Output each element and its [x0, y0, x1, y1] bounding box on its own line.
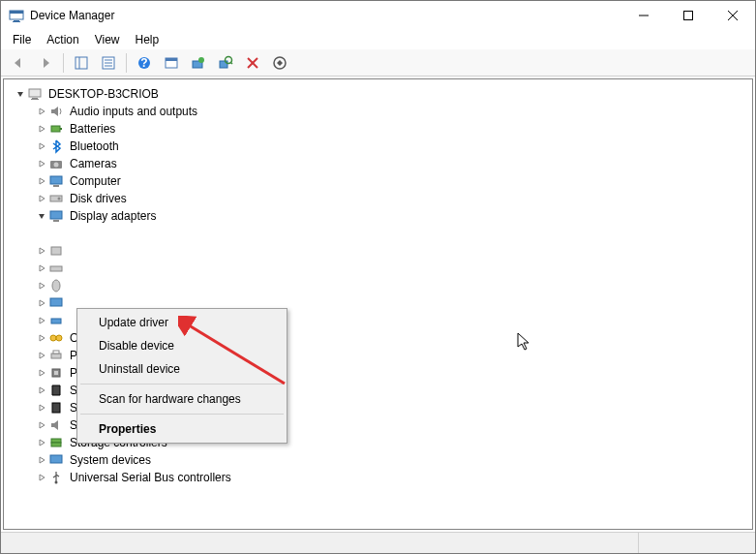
- chevron-right-icon[interactable]: [35, 384, 48, 397]
- forward-button[interactable]: [34, 51, 57, 75]
- svg-rect-52: [51, 443, 61, 446]
- svg-rect-37: [50, 211, 62, 219]
- category-mice[interactable]: Mice and other pointing devices: [35, 277, 752, 294]
- menu-help[interactable]: Help: [128, 31, 167, 48]
- chevron-right-icon[interactable]: [35, 296, 48, 310]
- chevron-right-icon[interactable]: [35, 262, 48, 275]
- category-bluetooth[interactable]: Bluetooth: [35, 138, 752, 155]
- svg-rect-38: [53, 220, 59, 222]
- statusbar: [1, 532, 755, 553]
- computer-icon: [27, 86, 43, 102]
- svg-rect-43: [51, 319, 61, 323]
- mouse-icon: [48, 278, 64, 293]
- toolbar-separator: [63, 53, 64, 73]
- svg-point-54: [55, 481, 58, 484]
- category-display-adapters[interactable]: Display adapters: [35, 207, 752, 225]
- chevron-right-icon[interactable]: [35, 349, 48, 362]
- svg-rect-39: [51, 247, 61, 255]
- network-icon: [48, 313, 64, 328]
- ctx-update-driver[interactable]: Update driver: [79, 311, 285, 334]
- ctx-uninstall-device[interactable]: Uninstall device: [79, 357, 285, 381]
- usb-icon: [48, 470, 64, 485]
- maximize-button[interactable]: [666, 1, 711, 30]
- disable-button[interactable]: [268, 51, 291, 75]
- svg-point-32: [54, 163, 59, 168]
- chevron-right-icon[interactable]: [35, 436, 48, 449]
- svg-rect-1: [10, 11, 23, 14]
- root-label: DESKTOP-B3CRIOB: [46, 85, 161, 103]
- chevron-right-icon[interactable]: [35, 244, 48, 258]
- display-icon: [48, 208, 64, 224]
- svg-rect-51: [51, 439, 61, 443]
- chevron-right-icon[interactable]: [35, 192, 48, 205]
- minimize-button[interactable]: [621, 1, 666, 30]
- chevron-right-icon[interactable]: [35, 122, 48, 136]
- svg-rect-34: [53, 185, 59, 187]
- svg-text:?: ?: [140, 56, 147, 70]
- ctx-separator: [80, 384, 284, 385]
- chevron-right-icon[interactable]: [35, 139, 48, 153]
- svg-point-41: [52, 280, 60, 292]
- category-system-devices[interactable]: System devices: [35, 451, 752, 469]
- sd-icon: [48, 383, 64, 398]
- ctx-scan-hardware[interactable]: Scan for hardware changes: [79, 387, 285, 411]
- window-title: Device Manager: [30, 9, 621, 22]
- status-pane: [1, 533, 639, 553]
- menu-file[interactable]: File: [5, 31, 39, 48]
- svg-rect-42: [50, 298, 62, 306]
- scan-hardware-button[interactable]: [214, 51, 237, 75]
- category-batteries[interactable]: Batteries: [35, 120, 752, 138]
- category-audio[interactable]: Audio inputs and outputs: [35, 103, 752, 120]
- chevron-right-icon[interactable]: [35, 314, 48, 327]
- category-hid[interactable]: Human Interface Devices: [35, 242, 752, 260]
- chevron-down-icon[interactable]: [35, 209, 48, 223]
- chevron-right-icon[interactable]: [35, 157, 48, 170]
- ctx-properties[interactable]: Properties: [79, 417, 285, 441]
- chevron-right-icon[interactable]: [35, 453, 48, 467]
- chevron-down-icon[interactable]: [14, 87, 27, 101]
- category-usb-controllers[interactable]: Universal Serial Bus controllers: [35, 469, 752, 486]
- chevron-right-icon[interactable]: [35, 418, 48, 432]
- update-driver-button[interactable]: [187, 51, 210, 75]
- menubar: File Action View Help: [1, 30, 755, 49]
- chevron-right-icon[interactable]: [35, 105, 48, 118]
- chevron-right-icon[interactable]: [35, 471, 48, 484]
- svg-rect-28: [31, 99, 39, 100]
- device-tree-panel: DESKTOP-B3CRIOB Audio inputs and outputs…: [3, 78, 753, 530]
- svg-rect-30: [60, 128, 62, 130]
- svg-rect-8: [76, 57, 87, 69]
- svg-point-44: [50, 335, 56, 341]
- menu-action[interactable]: Action: [39, 31, 86, 48]
- device-manager-window: Device Manager File Action View Help ?: [0, 0, 756, 554]
- hid-icon: [48, 243, 64, 259]
- svg-rect-50: [52, 403, 60, 413]
- uninstall-button[interactable]: [241, 51, 264, 75]
- help-button[interactable]: ?: [133, 51, 156, 75]
- chevron-right-icon[interactable]: [35, 331, 48, 345]
- ctx-disable-device[interactable]: Disable device: [79, 334, 285, 357]
- display-adapter-item[interactable]: [56, 225, 752, 242]
- category-disk-drives[interactable]: Disk drives: [35, 190, 752, 207]
- menu-view[interactable]: View: [87, 31, 128, 48]
- svg-point-19: [198, 57, 204, 63]
- svg-rect-2: [14, 20, 19, 21]
- battery-icon: [48, 121, 64, 137]
- close-button[interactable]: [711, 1, 755, 30]
- back-button[interactable]: [7, 51, 30, 75]
- category-keyboards[interactable]: Keyboards: [35, 260, 752, 277]
- chevron-right-icon[interactable]: [35, 279, 48, 292]
- ctx-separator: [80, 414, 284, 415]
- properties-button[interactable]: [97, 51, 120, 75]
- chevron-right-icon[interactable]: [35, 401, 48, 415]
- chevron-right-icon[interactable]: [35, 174, 48, 188]
- show-hide-console-tree-button[interactable]: [70, 51, 93, 75]
- category-cameras[interactable]: Cameras: [35, 155, 752, 172]
- category-computer[interactable]: Computer: [35, 172, 752, 190]
- app-icon: [9, 8, 24, 23]
- action-button[interactable]: [160, 51, 183, 75]
- svg-rect-33: [50, 176, 62, 184]
- svg-rect-17: [166, 58, 177, 61]
- tree-root[interactable]: DESKTOP-B3CRIOB: [14, 85, 752, 103]
- window-controls: [621, 1, 755, 30]
- chevron-right-icon[interactable]: [35, 366, 48, 380]
